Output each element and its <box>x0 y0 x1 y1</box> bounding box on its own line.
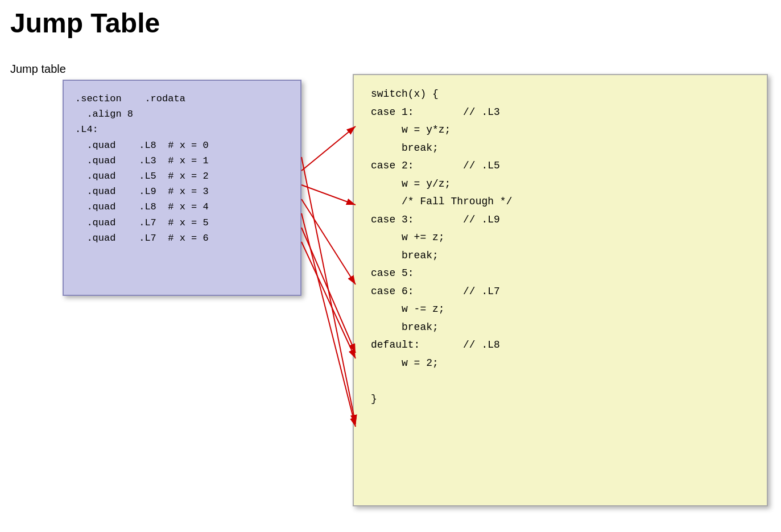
arrow-x0-default <box>301 157 356 424</box>
asm-line-10: .quad .L7 # x = 6 <box>75 233 209 244</box>
asm-line-4: .quad .L8 # x = 0 <box>75 140 209 151</box>
arrow-x4-default <box>301 213 356 427</box>
subtitle: Jump table <box>10 63 66 76</box>
arrow-x1-case1 <box>301 126 356 171</box>
c-line-2: case 1: // .L3 <box>371 106 500 118</box>
c-line-13: w -= z; <box>371 303 445 315</box>
arrow-x5-case6 <box>301 228 356 353</box>
arrow-x6-case6 <box>301 242 356 358</box>
asm-line-2: .align 8 <box>75 109 133 119</box>
c-line-10: break; <box>371 250 439 261</box>
c-line-1: switch(x) { <box>371 88 439 100</box>
asm-line-1: .section .rodata <box>75 93 185 104</box>
asm-line-5: .quad .L3 # x = 1 <box>75 155 209 166</box>
page-title: Jump Table <box>10 7 160 39</box>
arrow-x3-case3 <box>301 199 356 284</box>
c-line-7: /* Fall Through */ <box>371 196 512 207</box>
c-line-16: w = 2; <box>371 357 439 369</box>
c-line-3: w = y*z; <box>371 124 451 135</box>
arrow-x2-case2 <box>301 185 356 205</box>
asm-line-3: .L4: <box>75 124 98 135</box>
asm-line-8: .quad .L8 # x = 4 <box>75 201 209 212</box>
c-line-12: case 6: // .L7 <box>371 286 500 297</box>
c-line-15: default: // .L8 <box>371 339 500 350</box>
c-line-4: break; <box>371 142 439 154</box>
c-line-17: } <box>371 393 377 405</box>
c-line-8: case 3: // .L9 <box>371 214 500 225</box>
assembly-box: .section .rodata .align 8 .L4: .quad .L8… <box>63 80 301 296</box>
c-line-6: w = y/z; <box>371 178 451 189</box>
c-line-11: case 5: <box>371 267 414 279</box>
asm-line-6: .quad .L5 # x = 2 <box>75 171 209 182</box>
c-line-9: w += z; <box>371 232 445 243</box>
c-line-14: break; <box>371 321 439 333</box>
asm-line-7: .quad .L9 # x = 3 <box>75 186 209 197</box>
c-code-box: switch(x) { case 1: // .L3 w = y*z; brea… <box>353 74 768 506</box>
c-line-5: case 2: // .L5 <box>371 160 500 171</box>
asm-line-9: .quad .L7 # x = 5 <box>75 217 209 228</box>
